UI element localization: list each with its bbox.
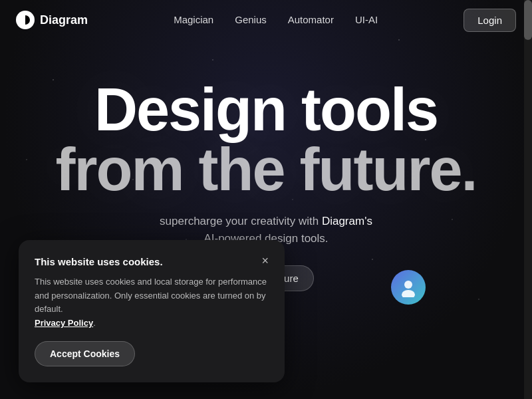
- svg-point-0: [404, 281, 412, 289]
- logo-icon: [16, 11, 35, 29]
- logo[interactable]: Diagram: [16, 11, 88, 29]
- logo-text: Diagram: [40, 13, 88, 27]
- nav-link-automator[interactable]: Automator: [288, 14, 334, 25]
- avatar-icon: [391, 270, 426, 305]
- privacy-policy-link[interactable]: Privacy Policy: [35, 318, 93, 328]
- hero-title: Design tools from the future.: [0, 80, 532, 200]
- nav-link-magician[interactable]: Magician: [174, 14, 213, 25]
- navbar: Diagram Magician Genius Automator UI-AI …: [0, 0, 532, 40]
- scrollbar[interactable]: [524, 0, 532, 399]
- hero-title-line1: Design tools: [94, 76, 438, 143]
- scrollbar-thumb[interactable]: [524, 0, 532, 40]
- nav-links: Magician Genius Automator UI-AI: [174, 14, 378, 26]
- login-button[interactable]: Login: [464, 9, 516, 32]
- hero-title-line2: from the future.: [56, 136, 477, 203]
- cookie-title: This website uses cookies.: [35, 256, 163, 267]
- nav-link-genius[interactable]: Genius: [235, 14, 267, 25]
- cookie-popup: This website uses cookies. × This websit…: [19, 240, 285, 382]
- nav-link-ui-ai[interactable]: UI-AI: [355, 14, 378, 25]
- cookie-body-text: This website uses cookies and local stor…: [35, 277, 267, 315]
- cookie-close-button[interactable]: ×: [261, 255, 269, 267]
- cookie-body: This website uses cookies and local stor…: [35, 275, 269, 331]
- accept-cookies-button[interactable]: Accept Cookies: [35, 341, 135, 366]
- svg-point-1: [402, 290, 415, 297]
- cookie-header: This website uses cookies. ×: [35, 256, 269, 267]
